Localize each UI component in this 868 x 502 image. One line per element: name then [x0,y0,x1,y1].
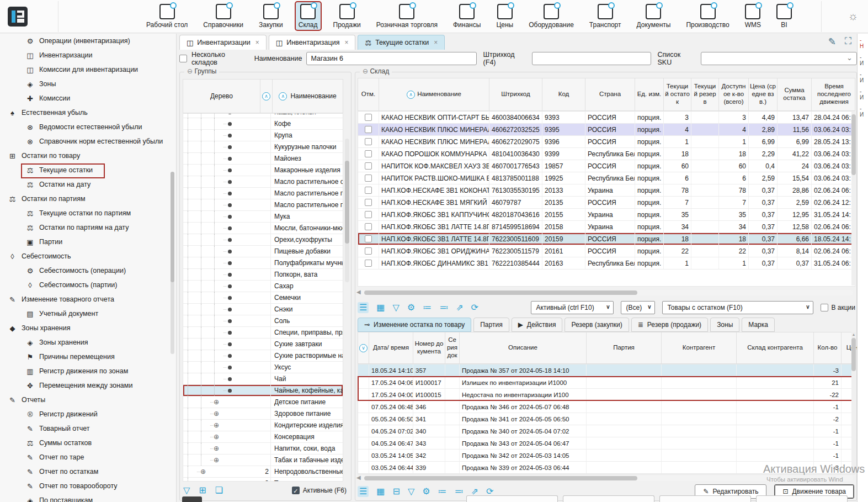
module-item[interactable]: Финансы [450,2,483,30]
sidebar-item[interactable]: ⚖Остатки на дату [0,177,176,192]
sidebar-item[interactable]: ®Регистр движений [0,407,176,421]
groups-scrollbar[interactable] [345,139,349,282]
tree-expand-icon[interactable]: ⊕ [214,410,219,418]
stock-filter-select[interactable]: Товары с остатком (F10) [662,301,813,314]
column-header[interactable]: Дата/ время [369,332,413,363]
group-row[interactable]: ···Чай [183,373,343,385]
row-select-cell[interactable] [358,172,379,184]
movement-row[interactable]: 03.05.24 14:05342Продажа № 342 от 2024-0… [358,450,855,462]
row-select-cell[interactable] [358,257,379,269]
column-header-tree[interactable]: Дерево [183,80,260,113]
row-checkbox[interactable] [365,187,372,194]
group-row[interactable]: ···Чайные, кофейные, какао [183,385,343,397]
group-row[interactable]: ···Масло растительное подс [183,188,343,199]
sort-desc-icon[interactable]: ∨ [358,332,369,363]
tab-active[interactable]: ⚖Текущие остатки× [358,35,445,50]
column-header[interactable]: Ед. изм. [635,78,664,110]
movement-row[interactable]: 17.05.24 04:00И100015Недостача по инвент… [358,389,855,401]
group-row[interactable]: ···Пищевые добавки [183,246,343,257]
sidebar-item[interactable]: ⚖Текущие остатки по партиям [0,206,176,220]
group-row[interactable]: ···Мука [183,211,343,223]
group-row[interactable]: ···Кофе [183,118,343,130]
row-select-cell[interactable] [358,124,379,135]
detail-tab[interactable]: Партия [473,318,509,332]
tab-item[interactable]: ◫Инвентаризация× [269,35,356,50]
column-header[interactable]: Штрихкод [489,78,542,110]
sidebar-item[interactable]: ⚙Себестоимость (операции) [0,263,176,278]
group-row[interactable]: ···⊕Здоровое питание [183,408,343,420]
row-select-cell[interactable] [358,148,379,160]
sidebar-item[interactable]: ▤Учетный документ [0,307,176,321]
module-item[interactable]: Рабочий стол [143,2,190,30]
group-row[interactable]: ···Семечки [183,292,343,304]
group-row[interactable]: ···Макаронные изделия [183,165,343,176]
group-row[interactable]: ···⊕Табак и табачные изделия [183,455,343,466]
stock-vscrollbar[interactable] [851,111,856,286]
module-item[interactable]: Оборудование [526,2,577,30]
sidebar-item[interactable]: ✚Комиссии [0,91,176,105]
stock-hscrollbar[interactable]: ◀ [358,290,853,295]
filter-icon[interactable]: ▽ [392,302,399,313]
sidebar-item[interactable]: ⊞Остатки по товару [0,149,176,163]
column-header[interactable]: Склад контрагента [737,332,814,363]
group-row[interactable]: ···⊕Детское питание [183,397,343,408]
sidebar-scrollbar[interactable] [171,172,174,354]
theme-sun-icon[interactable]: ☼ [848,10,858,23]
row-checkbox[interactable] [365,223,372,230]
sidebar-item[interactable]: ⚖Текущие остатки [0,163,176,177]
group-row[interactable]: ···Мюсли, батончики-мюсли [183,223,343,234]
stock-row[interactable]: КАКАО НЕСКВИК ПЛЮС МИНЕРАЛЬ4606272032525… [358,124,855,136]
tree-expand-icon[interactable]: ⊕ [214,433,219,441]
add-to-list-icon[interactable]: ≕ [439,302,448,313]
column-header[interactable]: Серия док [445,332,460,363]
add-subgroup-icon[interactable]: ❏ [215,485,223,496]
sidebar-item[interactable]: ✥Перемещения между зонами [0,378,176,393]
row-checkbox[interactable] [365,235,372,242]
active-checkbox[interactable]: ✓ [292,487,300,494]
tree-expand-icon[interactable]: ⊕ [200,468,206,475]
tab-close-icon[interactable]: × [255,39,259,46]
stock-row[interactable]: НАП.КОФ.ЯКОБС 3В1 ОРИДЖИНАЛ7622300511579… [358,245,855,257]
group-row[interactable]: ···Орехи,сухофрукты [183,234,343,246]
group-row[interactable]: ···Полуфабрикаты мучных и [183,257,343,269]
sidebar-item[interactable]: ✎Товарный отчет [0,421,176,436]
row-checkbox[interactable] [365,260,372,267]
row-select-cell[interactable] [358,245,379,257]
column-header[interactable]: ∧Наименование [379,78,489,110]
barcode-input[interactable] [532,52,651,65]
stock-row[interactable]: НАП.КОФ.ЯКОБС 3В1 КАППУЧИНО4820187043616… [358,209,855,221]
module-item[interactable]: Документы [634,2,674,30]
detail-tab[interactable]: ⊸Изменение остатка по товару [358,318,471,332]
sidebar-item[interactable]: ⚙Операции (инвентаризация) [0,34,176,48]
module-item[interactable]: Транспорт [587,2,624,30]
column-header[interactable]: Описание [460,332,587,363]
row-checkbox[interactable] [365,162,372,170]
row-checkbox[interactable] [365,138,372,145]
column-header[interactable]: Номер документа [413,332,445,363]
group-row[interactable]: ···Снэки [183,304,343,315]
clipped-bottom-button[interactable] [756,495,848,502]
group-row[interactable]: ···Каша, хлопья [183,113,343,118]
row-select-cell[interactable] [358,184,379,196]
sidebar-item[interactable]: ♠Естественная убыль [0,105,176,120]
edit-pencil-icon[interactable]: ✎ [828,36,836,47]
sidebar-item[interactable]: ◈Зоны [0,77,176,91]
detail-tab[interactable]: ▶Действия [512,318,563,332]
tree-expand-icon[interactable]: ⊕ [214,456,219,464]
column-header[interactable]: Цена (средне взв.) [749,78,778,110]
sidebar-item[interactable]: ⊗Ведомости естественной убыли [0,120,176,134]
group-row[interactable]: ···Кукурузные палочки [183,141,343,153]
movement-row[interactable]: 18.05.24 14:10357Продажа № 357 от 2024-0… [358,364,855,377]
numbered-list-icon[interactable]: ≔ [438,486,447,497]
row-select-cell[interactable] [358,197,379,208]
group-row[interactable]: ···Масло растительное олив [183,176,343,188]
detail-tab[interactable]: Резерв (закупки) [565,318,629,332]
group-row[interactable]: ···Масло растительное проч [183,199,343,211]
stock-row[interactable]: КАКАО НЕСКВИК ОПТИ-СТАРТ БЫС460038400663… [358,112,855,124]
export-icon[interactable]: ⇗ [456,302,463,313]
sidebar-item[interactable]: ◊Себестоимость [0,249,176,263]
group-row[interactable]: ···Сахар [183,281,343,292]
group-row[interactable]: ···Соль [183,315,343,327]
tab-item[interactable]: ◫Инвентаризации× [179,35,267,50]
row-checkbox[interactable] [365,211,372,218]
